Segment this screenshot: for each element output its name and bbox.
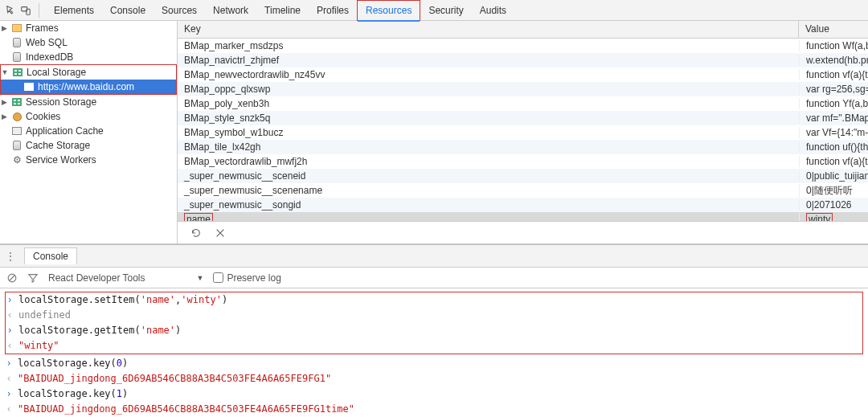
cell-value: var mf=".BMap_ xyxy=(799,112,868,124)
refresh-icon[interactable] xyxy=(190,227,202,239)
drawer-tab-console[interactable]: Console xyxy=(24,247,77,264)
result-marker-icon: ‹ xyxy=(6,309,14,322)
sidebar-localstorage[interactable]: ▼ Local Storage xyxy=(1,65,176,80)
cell-value: function Yf(a,b){e xyxy=(799,98,868,109)
tab-sources[interactable]: Sources xyxy=(154,0,205,21)
tab-profiles[interactable]: Profiles xyxy=(309,0,357,21)
cell-key: _super_newmusic__songid xyxy=(178,199,799,211)
delete-icon[interactable] xyxy=(215,227,226,239)
console-line-content: localStorage.setItem('name','winty') xyxy=(18,293,227,307)
console-line-content: "BAIDUAD_jingdong_6D69AB546CB88A3B4C503F… xyxy=(18,372,331,386)
sidebar-item-label: Cookies xyxy=(26,111,60,122)
console-drawer: ⋮ Console React Developer Tools ▼ Preser… xyxy=(0,244,868,417)
sidebar-item-label: Local Storage xyxy=(27,67,86,78)
table-row[interactable]: BMap_newvectordrawlib_nz45vvfunction vf(… xyxy=(178,67,868,82)
cell-key: BMap_navictrl_zhjmef xyxy=(178,55,799,66)
level-filter-caret[interactable]: ▼ xyxy=(197,274,204,282)
tab-audits[interactable]: Audits xyxy=(472,0,514,21)
console-input-line[interactable]: › localStorage.key(0) xyxy=(0,356,868,371)
cell-value: var Vf={14:"m-0. xyxy=(799,127,868,138)
input-marker-icon: › xyxy=(6,293,14,307)
table-row[interactable]: BMap_navictrl_zhjmefw.extend(hb.prot xyxy=(178,53,868,67)
folder-icon xyxy=(11,22,23,34)
table-row[interactable]: BMap_symbol_w1buczvar Vf={14:"m-0. xyxy=(178,125,868,140)
table-body: BMap_marker_msdzpsfunction Wf(a,b){BMap_… xyxy=(178,39,868,221)
grid-icon xyxy=(11,96,23,108)
caret-down-icon: ▼ xyxy=(1,68,9,76)
console-line-content: "BAIDUAD_jingdong_6D69AB546CB88A3B4C503F… xyxy=(18,403,354,416)
cell-key: BMap_tile_lx42gh xyxy=(178,141,799,153)
tab-elements[interactable]: Elements xyxy=(46,0,102,21)
grid-icon xyxy=(23,81,35,92)
table-row[interactable]: _super_newmusic__sceneid0|public_tuijian… xyxy=(178,169,868,183)
cell-value: 0|public_tuijian_s xyxy=(799,170,868,182)
cell-key: name xyxy=(178,213,799,221)
clear-console-icon[interactable] xyxy=(6,272,18,284)
cell-value: function uf(){this xyxy=(799,141,868,153)
table-row[interactable]: BMap_vectordrawlib_mwfj2hfunction vf(a){… xyxy=(178,154,868,169)
sidebar-item-label: Service Workers xyxy=(26,154,96,166)
sidebar-item-label: Frames xyxy=(26,22,59,34)
sidebar-serviceworkers[interactable]: ⚙ Service Workers xyxy=(0,153,177,167)
table-row[interactable]: BMap_tile_lx42ghfunction uf(){this xyxy=(178,140,868,154)
table-row[interactable]: BMap_style_snzk5qvar mf=".BMap_ xyxy=(178,111,868,125)
cell-value: 0|2071026 xyxy=(799,199,868,211)
tab-timeline[interactable]: Timeline xyxy=(256,0,309,21)
console-input-line[interactable]: › localStorage.setItem('name','winty') xyxy=(6,292,862,308)
table-row[interactable]: _super_newmusic__songid0|2071026 xyxy=(178,198,868,212)
sidebar-item-label: IndexedDB xyxy=(26,51,73,63)
preserve-log-label: Preserve log xyxy=(227,272,280,284)
cell-key: _super_newmusic__scenename xyxy=(178,185,799,196)
tab-resources[interactable]: Resources xyxy=(357,0,420,21)
inspect-icon[interactable] xyxy=(5,4,18,17)
caret-right-icon: ▶ xyxy=(0,112,8,121)
table-row[interactable]: _super_newmusic__scenename0|随便听听 xyxy=(178,183,868,198)
cell-key: _super_newmusic__sceneid xyxy=(178,170,799,182)
table-row[interactable]: BMap_poly_xenb3hfunction Yf(a,b){e xyxy=(178,96,868,111)
sidebar-item-label: Web SQL xyxy=(26,37,68,48)
highlight-box: › localStorage.setItem('name','winty') ‹… xyxy=(5,292,863,354)
column-header-key[interactable]: Key xyxy=(178,21,799,38)
filter-icon[interactable] xyxy=(27,272,39,284)
cell-value: var rg=256,sg=3 xyxy=(799,84,868,95)
cell-key: BMap_vectordrawlib_mwfj2h xyxy=(178,156,799,167)
console-input-line[interactable]: › localStorage.key(1) xyxy=(0,386,868,402)
console-line-content: "winty" xyxy=(18,339,59,353)
table-header: Key Value xyxy=(178,21,868,39)
console-line-content: undefined xyxy=(18,309,71,322)
cell-value: function vf(a){this xyxy=(799,156,868,167)
tab-security[interactable]: Security xyxy=(420,0,471,21)
table-row[interactable]: BMap_marker_msdzpsfunction Wf(a,b){ xyxy=(178,39,868,53)
storage-table-pane: Key Value BMap_marker_msdzpsfunction Wf(… xyxy=(178,21,868,243)
tab-console[interactable]: Console xyxy=(102,0,154,21)
cell-value: 0|随便听听 xyxy=(799,184,868,198)
database-icon xyxy=(11,140,23,151)
context-selector[interactable]: React Developer Tools xyxy=(48,272,145,284)
preserve-log-toggle[interactable]: Preserve log xyxy=(213,272,280,284)
console-output: › localStorage.setItem('name','winty') ‹… xyxy=(0,288,868,417)
console-input-line[interactable]: › localStorage.getItem('name') xyxy=(6,323,862,338)
separator xyxy=(39,3,39,18)
sidebar-sessionstorage[interactable]: ▶ Session Storage xyxy=(0,95,177,109)
preserve-log-checkbox[interactable] xyxy=(213,272,223,283)
console-line-content: localStorage.key(0) xyxy=(18,357,128,370)
tab-network[interactable]: Network xyxy=(205,0,256,21)
kebab-icon[interactable]: ⋮ xyxy=(5,251,16,262)
column-header-value[interactable]: Value xyxy=(799,21,868,38)
table-row[interactable]: namewinty xyxy=(178,212,868,221)
devtools-tabs-bar: Elements Console Sources Network Timelin… xyxy=(0,0,868,21)
sidebar-cookies[interactable]: ▶ Cookies xyxy=(0,109,177,124)
sidebar-localstorage-origin[interactable]: https://www.baidu.com xyxy=(1,80,176,94)
sidebar-frames[interactable]: ▶ Frames xyxy=(0,21,177,35)
sidebar-indexeddb[interactable]: IndexedDB xyxy=(0,50,177,64)
console-result-line: ‹ "BAIDUAD_jingdong_6D69AB546CB88A3B4C50… xyxy=(0,371,868,386)
device-toggle-icon[interactable] xyxy=(19,4,32,17)
sidebar-appcache[interactable]: Application Cache xyxy=(0,124,177,138)
sidebar-websql[interactable]: Web SQL xyxy=(0,35,177,50)
sidebar-cachestorage[interactable]: Cache Storage xyxy=(0,138,177,153)
grid-icon xyxy=(11,125,23,137)
table-row[interactable]: BMap_oppc_qlxswpvar rg=256,sg=3 xyxy=(178,82,868,96)
console-line-content: localStorage.getItem('name') xyxy=(18,324,181,337)
gear-icon: ⚙ xyxy=(11,154,23,166)
console-line-content: localStorage.key(1) xyxy=(18,387,128,401)
